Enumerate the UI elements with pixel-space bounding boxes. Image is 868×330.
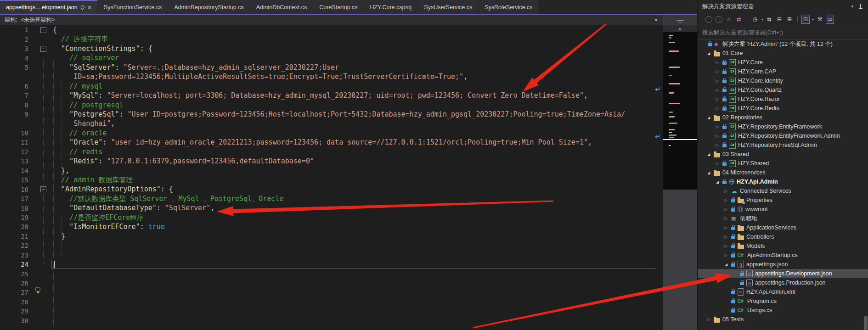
chevron-expanded-icon[interactable]: ◢ xyxy=(706,171,711,175)
switch-views-icon[interactable]: ⇆ xyxy=(765,15,773,24)
tree-item[interactable]: </>HZY.Api.Admin.xml xyxy=(698,287,868,296)
editor-line[interactable]: 19 //是否监控EFCore程序 xyxy=(0,213,663,222)
chevron-expanded-icon[interactable]: ◢ xyxy=(706,51,711,56)
tree-item[interactable]: ▷wwwroot xyxy=(698,205,868,214)
editor-line[interactable]: 22 xyxy=(0,241,663,250)
split-editor-handle-icon[interactable]: ↕ xyxy=(676,16,684,24)
tree-item[interactable]: ◢03 Shared xyxy=(698,150,868,159)
chevron-collapsed-icon[interactable]: ▷ xyxy=(723,253,729,257)
editor-line[interactable]: 5 "SqlServer": "Server=.;Database=hzy_ad… xyxy=(0,63,663,72)
tree-item[interactable]: C#Program.cs xyxy=(698,296,868,306)
scroll-up-arrow-icon[interactable]: ▲ xyxy=(663,26,697,31)
editor-line[interactable]: 15 // admin 数据库管理 xyxy=(0,175,663,185)
tree-item[interactable]: ▷C#HZY.Repository.EntityFramework.Admin xyxy=(698,131,868,140)
chevron-expanded-icon[interactable]: ◢ xyxy=(723,263,729,267)
editor-line[interactable]: Shanghai", xyxy=(0,119,663,128)
editor-tab[interactable]: HZY.Core.csproj xyxy=(364,0,418,14)
tree-item[interactable]: ▷C#HZY.Core xyxy=(698,58,868,67)
solution-search-input[interactable]: 搜索解决方案资源管理器(Ctrl+;) xyxy=(698,26,868,39)
back-icon[interactable]: ← xyxy=(705,15,713,24)
tree-item[interactable]: ▷☁Connected Services xyxy=(698,186,868,196)
editor-line[interactable]: 26 xyxy=(0,279,663,288)
lightbulb-quickaction-icon[interactable] xyxy=(35,287,40,292)
tree-item[interactable]: ▷C#ApiAdminStartup.cs xyxy=(698,251,868,260)
editor-line[interactable]: 14 }, xyxy=(0,166,663,175)
editor-line[interactable]: ID=sa;Password=123456;MultipleActiveResu… xyxy=(0,72,663,81)
editor-line[interactable]: 30 xyxy=(0,316,663,325)
panel-pin-icon[interactable] xyxy=(859,4,862,9)
tree-item[interactable]: ◢02 Repositories xyxy=(698,113,868,122)
tree-item[interactable]: ▷C#HZY.Core.CAP xyxy=(698,67,868,76)
editor-line[interactable]: 16– "AdminRepositoryOptions": { xyxy=(0,185,663,194)
editor-line[interactable]: 9 "PostgreSql": "User ID=postgres;Passwo… xyxy=(0,110,663,119)
chevron-collapsed-icon[interactable]: ▷ xyxy=(715,124,720,129)
properties-wrench-icon[interactable]: ⚒ xyxy=(816,15,824,24)
editor-line[interactable]: 10 // oracle xyxy=(0,129,663,138)
chevron-collapsed-icon[interactable]: ▷ xyxy=(715,60,720,65)
chevron-collapsed-icon[interactable]: ▷ xyxy=(715,106,720,111)
tree-item[interactable]: ▷C#HZY.Repository.FreeSql.Admin xyxy=(698,140,868,150)
editor-line[interactable]: 13 "Redis": "127.0.0.1:6379,password=123… xyxy=(0,157,663,166)
editor-line[interactable]: 12 // redis xyxy=(0,147,663,157)
editor-tab[interactable]: SysUserService.cs xyxy=(418,0,479,14)
chevron-collapsed-icon[interactable]: ▷ xyxy=(715,143,720,147)
tree-item[interactable]: {}appsettings.Production.json xyxy=(698,278,868,287)
tree-item[interactable]: ▷Controllers xyxy=(698,232,868,241)
chevron-collapsed-icon[interactable]: ▷ xyxy=(723,244,729,248)
tree-item[interactable]: ▷C#HZY.Repository.EntityFramework xyxy=(698,122,868,131)
editor-line[interactable]: 17 //默认数据库类型 SqlServer 、MySql 、PostgreSq… xyxy=(0,194,663,203)
tree-item[interactable]: ◈解决方案 'HZY.Admin' (12 个项目, 共 12 个) xyxy=(698,39,868,49)
tree-item[interactable]: ▷C#HZY.Core.Razor xyxy=(698,95,868,104)
chevron-collapsed-icon[interactable]: ▷ xyxy=(715,134,720,138)
sync-selection-icon[interactable]: ⊡ xyxy=(801,15,810,24)
editor-line[interactable]: 6 // mysql xyxy=(0,82,663,91)
fold-toggle-icon[interactable]: – xyxy=(40,46,46,52)
editor-line[interactable]: 20 "IsMonitorEFCore": true xyxy=(0,222,663,231)
chevron-collapsed-icon[interactable]: ▷ xyxy=(723,235,729,239)
tree-item[interactable]: ◢01 Core xyxy=(698,49,868,58)
editor-line[interactable]: 2 // 连接字符串 xyxy=(0,34,663,44)
sync-with-active-document-icon[interactable]: ⇄ xyxy=(735,15,743,24)
home-icon[interactable]: ⌂ xyxy=(725,15,733,24)
architecture-value-dropdown[interactable]: <未选择架构> xyxy=(21,16,55,24)
forward-icon[interactable]: → xyxy=(715,15,723,24)
editor-line[interactable]: 24 xyxy=(0,260,663,269)
tree-item[interactable]: ▷Properties xyxy=(698,196,868,205)
editor-tab[interactable]: SysFunctionService.cs xyxy=(98,0,168,14)
editor-tab[interactable]: appsettings....elopment.json× xyxy=(0,0,98,14)
chevron-collapsed-icon[interactable]: ▷ xyxy=(723,216,729,221)
close-icon[interactable]: × xyxy=(88,5,91,10)
chevron-collapsed-icon[interactable]: ▷ xyxy=(723,198,729,202)
panel-menu-caret-icon[interactable]: ▾ xyxy=(851,4,853,9)
preview-selected-items-icon[interactable]: ▭ xyxy=(826,15,834,24)
chevron-collapsed-icon[interactable]: ▷ xyxy=(715,161,720,166)
editor-line[interactable]: 8 // postgresql xyxy=(0,101,663,110)
chevron-collapsed-icon[interactable]: ▷ xyxy=(715,97,720,101)
tree-item[interactable]: ▷05 Tests xyxy=(698,315,868,324)
editor-line[interactable]: 29 xyxy=(0,307,663,316)
chevron-expanded-icon[interactable]: ◢ xyxy=(706,152,711,157)
editor-line[interactable]: 27 xyxy=(0,288,663,297)
editor-line[interactable]: 18 "DefaultDatabaseType": "SqlServer", xyxy=(0,203,663,213)
chevron-collapsed-icon[interactable]: ▷ xyxy=(723,189,729,193)
tree-item[interactable]: ▷C#HZY.Core.Identity xyxy=(698,76,868,85)
fold-toggle-icon[interactable]: – xyxy=(40,27,46,33)
pin-icon[interactable] xyxy=(80,5,85,10)
tree-item[interactable]: ▷ApplicationServices xyxy=(698,223,868,232)
chevron-collapsed-icon[interactable]: ▷ xyxy=(715,88,720,92)
chevron-collapsed-icon[interactable]: ▷ xyxy=(723,225,729,230)
tree-item[interactable]: ▷Models xyxy=(698,241,868,251)
pending-changes-filter-icon[interactable]: ◷ xyxy=(751,15,759,24)
code-editor[interactable]: 1–{2 // 连接字符串3– "ConnectionStrings": {4 … xyxy=(0,25,663,330)
toolbar-caret-icon[interactable]: ▾ xyxy=(761,17,763,22)
editor-line[interactable]: 7 "MySql": "Server=localhost; port=3306;… xyxy=(0,91,663,100)
navbar-dropdown-caret-icon[interactable]: ▾ xyxy=(655,17,657,22)
editor-line[interactable]: 21 } xyxy=(0,232,663,241)
editor-line[interactable]: 23 xyxy=(0,251,663,260)
tree-item[interactable]: ◢04 Microservices xyxy=(698,168,868,177)
editor-tab[interactable]: AdminRepositoryStartup.cs xyxy=(168,0,250,14)
editor-line[interactable]: 25 xyxy=(0,269,663,278)
chevron-expanded-icon[interactable]: ◢ xyxy=(706,116,711,120)
chevron-collapsed-icon[interactable]: ▷ xyxy=(715,69,720,74)
tree-item[interactable]: ◢HZY.Api.Admin xyxy=(698,177,868,186)
